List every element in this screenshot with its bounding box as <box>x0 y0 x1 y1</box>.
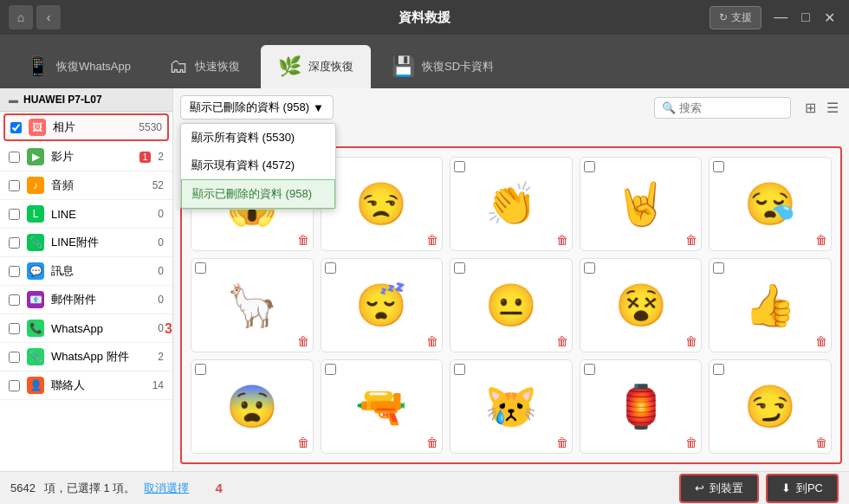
emoji-cell-11[interactable]: 😨 🗑 <box>191 359 314 454</box>
audio-count: 52 <box>152 179 164 191</box>
tab-restore-sd[interactable]: 💾 恢復SD卡資料 <box>374 45 511 88</box>
message-checkbox[interactable] <box>9 266 20 277</box>
to-device-button[interactable]: ↩ 到裝置 <box>679 474 759 503</box>
delete-icon-3[interactable]: 🗑 <box>556 233 568 247</box>
emoji-checkbox-10[interactable] <box>713 262 724 274</box>
emoji-checkbox-11[interactable] <box>195 364 206 375</box>
emoji-checkbox-8[interactable] <box>454 262 465 274</box>
emoji-checkbox-5[interactable] <box>713 161 724 172</box>
emoji-9: 😵 <box>615 285 667 326</box>
whatsapp-attach-checkbox[interactable] <box>9 352 20 363</box>
to-device-label: 到裝置 <box>710 481 743 496</box>
sidebar-item-video[interactable]: ▶ 影片 1 2 <box>0 143 172 171</box>
filter-option-deleted[interactable]: 顯示已刪除的資料 (958) <box>181 179 335 209</box>
sidebar-item-line-attach[interactable]: 📎 LINE附件 0 <box>0 229 172 257</box>
emoji-cell-7[interactable]: 😴 🗑 <box>321 258 444 352</box>
sidebar-collapse-icon[interactable]: ▬ <box>9 94 18 105</box>
search-input[interactable] <box>679 101 783 114</box>
emoji-cell-6[interactable]: 🦙 🗑 <box>191 258 314 352</box>
filter-option-all[interactable]: 顯示所有資料 (5530) <box>181 124 335 152</box>
content-toolbar: 顯示已刪除的資料 (958) ▼ 顯示所有資料 (5530) 顯示現有資料 (4… <box>180 95 842 120</box>
view-toggle: ⊞ ☰ <box>801 98 842 118</box>
message-count: 0 <box>158 265 164 277</box>
emoji-checkbox-6[interactable] <box>195 262 206 274</box>
delete-icon-5[interactable]: 🗑 <box>815 233 827 247</box>
emoji-checkbox-12[interactable] <box>325 364 336 375</box>
video-checkbox[interactable] <box>9 152 20 163</box>
emoji-cell-2[interactable]: 😒 🗑 <box>321 157 444 251</box>
emoji-checkbox-9[interactable] <box>584 262 595 274</box>
delete-icon-9[interactable]: 🗑 <box>685 334 697 348</box>
sidebar-item-whatsapp[interactable]: 📞 WhatsApp 0 <box>0 314 172 343</box>
sidebar-item-audio[interactable]: ♪ 音頻 52 <box>0 171 172 200</box>
emoji-cell-5[interactable]: 😪 🗑 <box>709 157 832 251</box>
emoji-checkbox-13[interactable] <box>454 364 465 375</box>
emoji-checkbox-15[interactable] <box>713 364 724 375</box>
contacts-label: 聯絡人 <box>51 378 146 393</box>
emoji-cell-15[interactable]: 😏 🗑 <box>709 359 832 454</box>
email-count: 0 <box>158 294 164 306</box>
support-button[interactable]: ↻ 支援 <box>710 6 762 29</box>
sidebar-item-whatsapp-attach[interactable]: 📎 WhatsApp 附件 2 <box>0 343 172 372</box>
delete-icon-15[interactable]: 🗑 <box>815 436 827 449</box>
sidebar-item-email[interactable]: 📧 郵件附件 0 <box>0 286 172 314</box>
emoji-checkbox-14[interactable] <box>584 364 595 375</box>
tab-restore-sd-label: 恢復SD卡資料 <box>422 59 494 74</box>
search-icon: 🔍 <box>662 101 676 114</box>
tab-quick-restore[interactable]: 🗂 快速恢復 <box>152 45 257 88</box>
delete-icon-13[interactable]: 🗑 <box>556 436 568 449</box>
filter-dropdown[interactable]: 顯示已刪除的資料 (958) ▼ <box>180 95 334 120</box>
delete-icon-12[interactable]: 🗑 <box>426 436 438 449</box>
delete-icon-7[interactable]: 🗑 <box>426 334 438 348</box>
emoji-cell-3[interactable]: 👏 🗑 <box>450 157 573 251</box>
emoji-cell-8[interactable]: 😐 🗑 <box>450 258 573 352</box>
delete-icon-8[interactable]: 🗑 <box>556 334 568 348</box>
emoji-checkbox-7[interactable] <box>325 262 336 274</box>
filter-menu: 顯示所有資料 (5530) 顯示現有資料 (4572) 顯示已刪除的資料 (95… <box>180 123 336 210</box>
filter-label: 顯示已刪除的資料 (958) <box>190 100 309 115</box>
delete-icon-4[interactable]: 🗑 <box>685 233 697 247</box>
search-box[interactable]: 🔍 <box>654 97 791 119</box>
emoji-checkbox-3[interactable] <box>454 161 465 172</box>
photos-checkbox[interactable] <box>10 122 22 133</box>
emoji-cell-12[interactable]: 🔫 🗑 <box>321 359 444 454</box>
emoji-3: 👏 <box>485 184 537 225</box>
delete-icon-1[interactable]: 🗑 <box>297 233 309 247</box>
filter-option-existing[interactable]: 顯示現有資料 (4572) <box>181 152 335 179</box>
grid-view-button[interactable]: ⊞ <box>801 98 820 118</box>
audio-checkbox[interactable] <box>9 180 20 191</box>
delete-icon-14[interactable]: 🗑 <box>685 436 697 449</box>
delete-icon-10[interactable]: 🗑 <box>815 334 827 348</box>
emoji-checkbox-4[interactable] <box>584 161 595 172</box>
tab-deep-restore[interactable]: 🌿 深度恢復 <box>261 45 371 88</box>
emoji-cell-14[interactable]: 🏮 🗑 <box>580 359 703 454</box>
line-attach-checkbox[interactable] <box>9 237 20 249</box>
delete-icon-6[interactable]: 🗑 <box>297 334 309 348</box>
back-button[interactable]: ‹ <box>36 5 61 29</box>
contacts-checkbox[interactable] <box>9 380 20 391</box>
delete-icon-2[interactable]: 🗑 <box>426 233 438 247</box>
delete-icon-11[interactable]: 🗑 <box>297 436 309 449</box>
window-controls: — □ ✕ <box>768 8 840 28</box>
right-toolbar: 🔍 ⊞ ☰ <box>654 97 842 119</box>
email-checkbox[interactable] <box>9 294 20 306</box>
home-button[interactable]: ⌂ <box>9 5 33 29</box>
close-button[interactable]: ✕ <box>819 8 840 28</box>
sidebar-item-contacts[interactable]: 👤 聯絡人 14 <box>0 372 172 400</box>
emoji-cell-9[interactable]: 😵 🗑 <box>580 258 703 352</box>
whatsapp-checkbox[interactable] <box>9 323 20 334</box>
to-pc-button[interactable]: ⬇ 到PC <box>766 474 839 503</box>
emoji-cell-10[interactable]: 👍 🗑 <box>709 258 832 352</box>
tab-restore-whatsapp[interactable]: 📱 恢復WhatsApp <box>9 45 148 88</box>
sidebar-item-photos[interactable]: 🖼 相片 5530 <box>3 113 169 141</box>
clear-selection-link[interactable]: 取消選擇 <box>144 481 189 496</box>
maximize-button[interactable]: □ <box>796 8 815 28</box>
emoji-cell-4[interactable]: 🤘 🗑 <box>580 157 703 251</box>
minimize-button[interactable]: — <box>768 8 793 28</box>
line-checkbox[interactable] <box>9 209 20 220</box>
list-view-button[interactable]: ☰ <box>823 98 842 118</box>
sidebar-item-line[interactable]: L LINE 0 <box>0 200 172 229</box>
emoji-5: 😪 <box>744 184 796 225</box>
emoji-cell-13[interactable]: 😿 🗑 <box>450 359 573 454</box>
sidebar-item-message[interactable]: 💬 訊息 0 <box>0 257 172 286</box>
